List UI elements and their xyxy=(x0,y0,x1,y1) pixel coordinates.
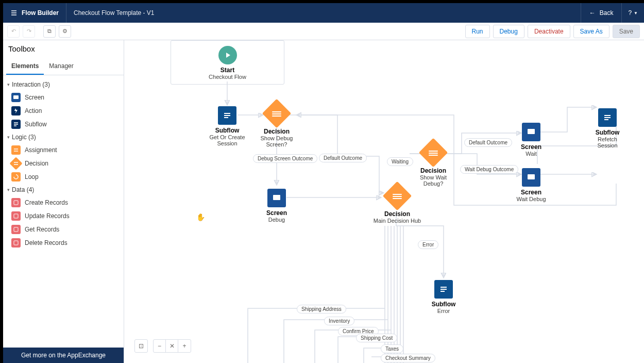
chevron-down-icon: ▼ xyxy=(634,11,638,15)
subflow-icon xyxy=(11,120,21,129)
redo-button: ↷ xyxy=(23,25,35,38)
svg-rect-4 xyxy=(14,241,18,245)
tab-manager[interactable]: Manager xyxy=(44,58,78,75)
pill-shipping-address: Shipping Address xyxy=(297,305,346,314)
appexchange-link[interactable]: Get more on the AppExchange xyxy=(3,348,124,363)
help-button[interactable]: ? ▼ xyxy=(622,3,644,23)
decision-icon xyxy=(9,157,22,170)
node-screen-debug[interactable]: Screen Debug xyxy=(256,189,297,223)
run-button[interactable]: Run xyxy=(465,25,490,38)
toolbar: ↶ ↷ ⧉ ⚙ Run Debug Deactivate Save As Sav… xyxy=(3,23,644,40)
get-records-icon xyxy=(11,225,21,234)
settings-button[interactable]: ⚙ xyxy=(59,25,71,38)
toolbox-title: Toolbox xyxy=(3,40,124,55)
subflow-icon xyxy=(598,108,617,127)
pill-wait-debug-outcome: Wait Debug Outcome xyxy=(460,165,518,174)
screen-icon xyxy=(11,93,21,102)
node-decision-debug[interactable]: Decision Show Debug Screen? xyxy=(256,103,297,147)
screen-icon xyxy=(522,168,540,187)
pill-shipping-cost: Shipping Cost xyxy=(356,334,397,342)
flow-canvas[interactable]: Start Checkout Flow Subflow Get Or Creat… xyxy=(124,40,644,363)
item-loop[interactable]: Loop xyxy=(3,170,124,184)
node-decision-wait[interactable]: Decision Show Wait Debug? xyxy=(410,142,456,187)
screen-icon xyxy=(522,123,540,141)
svg-rect-2 xyxy=(14,214,18,218)
item-assignment[interactable]: Assignment xyxy=(3,143,124,157)
svg-rect-3 xyxy=(14,227,18,232)
decision-icon xyxy=(262,99,292,128)
save-button[interactable]: Save xyxy=(613,25,640,38)
app-title: Flow Builder xyxy=(3,3,66,23)
arrow-left-icon: ← xyxy=(589,9,596,16)
item-create-records[interactable]: Create Records xyxy=(3,196,124,209)
back-button[interactable]: ← Back xyxy=(581,3,622,23)
save-as-button[interactable]: Save As xyxy=(573,25,609,38)
category-interaction[interactable]: ▾Interaction (3) xyxy=(3,78,124,91)
flow-icon xyxy=(10,9,18,16)
svg-rect-1 xyxy=(14,201,18,205)
subflow-icon xyxy=(434,280,453,299)
update-records-icon xyxy=(11,211,21,221)
item-get-records[interactable]: Get Records xyxy=(3,223,124,236)
element-tree: ▾Interaction (3) Screen Action Subflow ▾… xyxy=(3,75,124,348)
zoom-in-button[interactable]: + xyxy=(178,340,191,352)
item-screen[interactable]: Screen xyxy=(3,91,124,104)
tab-elements[interactable]: Elements xyxy=(6,58,44,75)
pill-waiting: Waiting xyxy=(387,157,413,166)
item-decision[interactable]: Decision xyxy=(3,157,124,170)
pill-inventory: Inventory xyxy=(324,317,354,325)
screen-icon xyxy=(267,189,286,207)
item-action[interactable]: Action xyxy=(3,104,124,118)
pill-debug-outcome: Debug Screen Outcome xyxy=(253,154,317,163)
copy-button[interactable]: ⧉ xyxy=(43,25,56,38)
category-logic[interactable]: ▾Logic (3) xyxy=(3,131,124,143)
pill-taxes: Taxes xyxy=(381,344,403,353)
item-update-records[interactable]: Update Records xyxy=(3,209,124,223)
deactivate-button[interactable]: Deactivate xyxy=(528,25,570,38)
chevron-down-icon: ▾ xyxy=(7,187,10,192)
item-subflow[interactable]: Subflow xyxy=(3,118,124,131)
debug-button[interactable]: Debug xyxy=(493,25,524,38)
action-icon xyxy=(11,106,21,116)
decision-icon xyxy=(419,138,448,168)
item-delete-records[interactable]: Delete Records xyxy=(3,236,124,250)
svg-rect-17 xyxy=(528,174,535,179)
sidebar-tabs: Elements Manager xyxy=(3,58,124,75)
decision-icon xyxy=(383,182,412,211)
delete-records-icon xyxy=(11,238,21,248)
app-header: Flow Builder Checkout Flow Template - V1… xyxy=(3,3,644,23)
svg-rect-15 xyxy=(273,195,280,200)
pill-error: Error xyxy=(418,240,438,249)
zoom-out-button[interactable]: − xyxy=(154,340,166,352)
sidebar: Toolbox Elements Manager ▾Interaction (3… xyxy=(3,40,124,363)
node-subflow-error[interactable]: Subflow Error xyxy=(423,280,464,314)
play-icon xyxy=(218,46,237,64)
assignment-icon xyxy=(11,145,21,155)
node-screen-wait-debug[interactable]: Screen Wait Debug xyxy=(513,168,549,202)
create-records-icon xyxy=(11,198,21,207)
node-start[interactable]: Start Checkout Flow xyxy=(171,40,284,85)
node-decision-hub[interactable]: Decision Main Decision Hub xyxy=(371,186,423,224)
undo-button: ↶ xyxy=(7,25,20,38)
chevron-down-icon: ▾ xyxy=(7,135,10,140)
svg-rect-16 xyxy=(528,129,535,134)
svg-rect-0 xyxy=(13,95,19,99)
category-data[interactable]: ▾Data (4) xyxy=(3,184,124,196)
main: Toolbox Elements Manager ▾Interaction (3… xyxy=(3,40,644,363)
node-subflow-session[interactable]: Subflow Get Or Create Session xyxy=(207,106,248,146)
subflow-icon xyxy=(218,106,236,125)
cursor-icon: ✋ xyxy=(196,213,205,221)
node-subflow-refetch[interactable]: Subflow Refetch Session xyxy=(587,108,628,148)
pill-checkout-summary: Checkout Summary xyxy=(381,354,435,362)
flow-name: Checkout Flow Template - V1 xyxy=(66,9,162,16)
chevron-down-icon: ▾ xyxy=(7,82,10,87)
node-screen-wait[interactable]: Screen Wait xyxy=(513,123,549,157)
canvas-controls: ⊡ − ✕ + xyxy=(134,339,191,353)
fit-button[interactable]: ⊡ xyxy=(135,340,147,352)
zoom-reset-button[interactable]: ✕ xyxy=(166,340,178,352)
pill-default-outcome-1: Default Outcome xyxy=(319,154,367,162)
pill-default-outcome-2: Default Outcome xyxy=(464,138,512,147)
loop-icon xyxy=(11,172,21,182)
